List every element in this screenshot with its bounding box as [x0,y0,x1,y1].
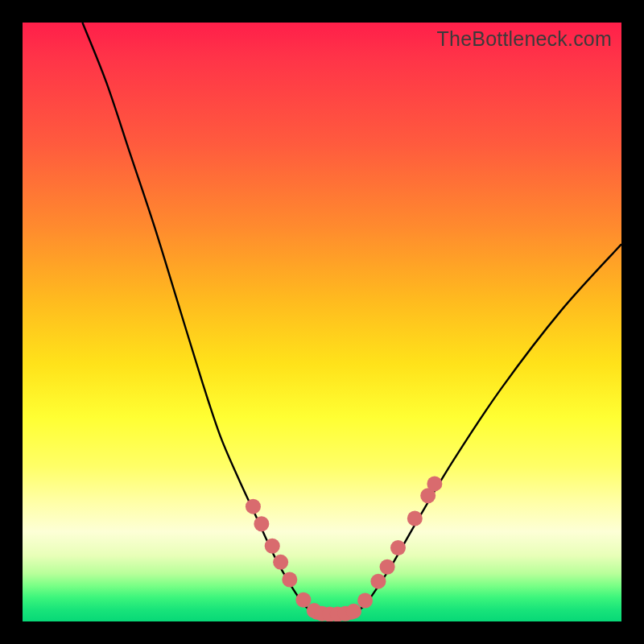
highlight-dot [390,540,406,555]
highlight-dot [273,555,288,570]
highlight-dot [346,604,361,619]
highlight-dots [246,476,442,621]
highlight-dot [265,539,280,554]
highlight-dot [295,592,311,608]
highlight-dot [380,559,395,575]
highlight-dot [370,574,386,589]
highlight-dot [357,592,373,608]
right-curve [352,244,621,614]
highlight-dot [407,511,423,526]
plot-area: TheBottleneck.com [23,23,621,621]
highlight-dot [246,499,261,514]
highlight-dot [427,476,442,491]
left-curve [82,23,316,614]
outer-frame: TheBottleneck.com [0,0,644,644]
highlight-dot [254,516,269,531]
chart-svg [23,23,621,621]
highlight-dot [282,572,297,587]
